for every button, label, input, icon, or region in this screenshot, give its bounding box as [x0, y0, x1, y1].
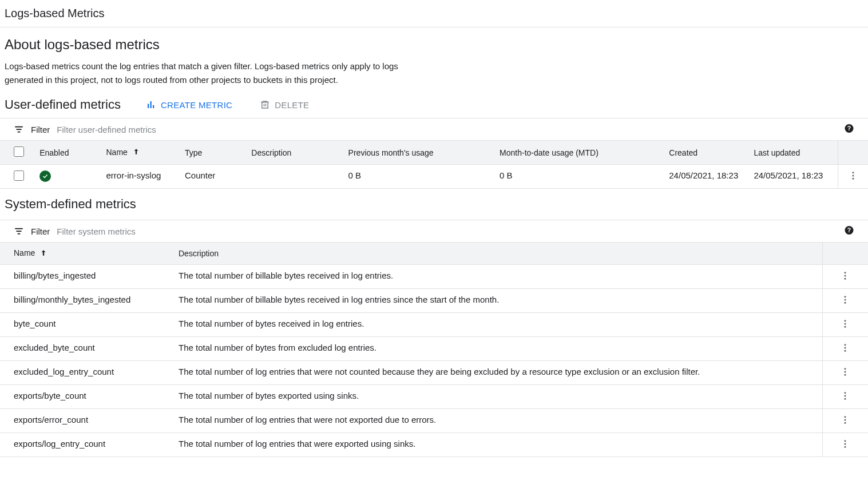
- about-heading: About logs-based metrics: [5, 37, 863, 53]
- delete-metric-button[interactable]: DELETE: [257, 96, 311, 113]
- more-actions-icon[interactable]: [840, 295, 850, 305]
- cell-prev-usage: 0 B: [342, 165, 493, 189]
- svg-point-39: [845, 422, 846, 424]
- cell-name: exports/error_count: [0, 408, 172, 432]
- svg-point-34: [845, 392, 846, 394]
- system-filter-label: Filter: [31, 227, 50, 236]
- cell-description: The total number of log entries that wer…: [172, 408, 822, 432]
- system-filter-bar: Filter ?: [0, 220, 868, 243]
- svg-rect-8: [18, 132, 21, 133]
- svg-point-40: [845, 440, 846, 442]
- col-enabled[interactable]: Enabled: [33, 141, 99, 165]
- more-actions-icon[interactable]: [840, 319, 850, 329]
- row-checkbox[interactable]: [14, 170, 24, 181]
- delete-metric-label: DELETE: [275, 100, 309, 110]
- trash-icon: [260, 100, 270, 110]
- svg-point-35: [845, 395, 846, 396]
- create-metric-label: CREATE METRIC: [161, 100, 232, 110]
- col-updated[interactable]: Last updated: [747, 141, 838, 165]
- svg-point-29: [845, 347, 846, 348]
- cell-enabled: [33, 165, 99, 189]
- user-filter-bar: Filter ?: [0, 118, 868, 141]
- about-section: About logs-based metrics Logs-based metr…: [0, 27, 868, 92]
- col-name[interactable]: Name: [99, 141, 178, 165]
- user-filter-label: Filter: [31, 125, 50, 134]
- svg-point-31: [845, 368, 846, 370]
- col-prev-usage[interactable]: Previous month's usage: [342, 141, 493, 165]
- svg-point-21: [845, 278, 846, 280]
- sys-col-name-label: Name: [14, 248, 35, 257]
- svg-point-11: [852, 172, 854, 173]
- svg-rect-3: [262, 102, 268, 109]
- svg-point-30: [845, 350, 846, 352]
- cell-name: excluded_log_entry_count: [0, 360, 172, 384]
- svg-point-41: [845, 443, 846, 445]
- sort-ascending-icon: [132, 148, 140, 157]
- svg-rect-15: [17, 231, 22, 232]
- cell-name: billing/monthly_bytes_ingested: [0, 288, 172, 312]
- col-name-label: Name: [106, 148, 127, 157]
- sys-col-name[interactable]: Name: [0, 243, 172, 264]
- svg-rect-2: [153, 105, 154, 108]
- create-metric-button[interactable]: CREATE METRIC: [144, 96, 235, 113]
- cell-mtd-usage: 0 B: [493, 165, 662, 189]
- user-metrics-header: User-defined metrics CREATE METRIC DELET…: [0, 92, 868, 118]
- cell-description: The total number of log entries that wer…: [172, 432, 822, 457]
- svg-point-25: [845, 320, 846, 322]
- user-metrics-table: Enabled Name Type Description Previous m…: [0, 141, 868, 189]
- svg-point-36: [845, 398, 846, 400]
- user-filter-input[interactable]: [57, 125, 854, 134]
- table-row: excluded_byte_count The total number of …: [0, 336, 868, 360]
- cell-description: The total number of log entries that wer…: [172, 360, 822, 384]
- svg-rect-1: [150, 101, 151, 108]
- col-type[interactable]: Type: [178, 141, 244, 165]
- cell-description: The total number of bytes from excluded …: [172, 336, 822, 360]
- svg-text:?: ?: [847, 227, 851, 233]
- filter-icon: [14, 226, 24, 236]
- more-actions-icon[interactable]: [840, 343, 850, 353]
- table-row: billing/monthly_bytes_ingested The total…: [0, 288, 868, 312]
- about-description: Logs-based metrics count the log entries…: [5, 59, 405, 87]
- col-actions: [838, 141, 868, 165]
- table-row: byte_count The total number of bytes rec…: [0, 312, 868, 336]
- svg-point-12: [852, 175, 854, 177]
- svg-point-23: [845, 299, 846, 300]
- cell-name: exports/byte_count: [0, 384, 172, 408]
- sort-ascending-icon: [39, 249, 47, 259]
- cell-type: Counter: [178, 165, 244, 189]
- select-all-header: [0, 141, 33, 165]
- svg-rect-6: [15, 126, 23, 128]
- svg-point-38: [845, 419, 846, 420]
- more-actions-icon[interactable]: [848, 170, 858, 181]
- cell-name: excluded_byte_count: [0, 336, 172, 360]
- col-description[interactable]: Description: [244, 141, 341, 165]
- help-icon[interactable]: ?: [844, 124, 854, 136]
- sys-col-actions: [822, 243, 868, 264]
- help-icon[interactable]: ?: [844, 225, 854, 237]
- cell-description: The total number of bytes received in lo…: [172, 312, 822, 336]
- sys-col-description[interactable]: Description: [172, 243, 822, 264]
- select-all-checkbox[interactable]: [14, 146, 24, 157]
- svg-point-24: [845, 302, 846, 304]
- svg-point-22: [845, 296, 846, 297]
- more-actions-icon[interactable]: [840, 415, 850, 425]
- col-mtd-usage[interactable]: Month-to-date usage (MTD): [493, 141, 662, 165]
- cell-description: The total number of billable bytes recei…: [172, 264, 822, 288]
- system-filter-input[interactable]: [57, 227, 854, 236]
- svg-point-26: [845, 323, 846, 324]
- svg-rect-16: [18, 233, 21, 235]
- more-actions-icon[interactable]: [840, 367, 850, 377]
- system-metrics-table-wrap: Name Description billing/bytes_ingested …: [0, 243, 868, 457]
- svg-rect-14: [15, 228, 23, 229]
- cell-name: byte_count: [0, 312, 172, 336]
- svg-point-27: [845, 326, 846, 328]
- filter-icon: [14, 124, 24, 134]
- more-actions-icon[interactable]: [840, 391, 850, 401]
- more-actions-icon[interactable]: [840, 271, 850, 281]
- col-created[interactable]: Created: [662, 141, 747, 165]
- user-metrics-table-wrap: Enabled Name Type Description Previous m…: [0, 141, 868, 189]
- more-actions-icon[interactable]: [840, 439, 850, 449]
- page-title: Logs-based Metrics: [0, 0, 868, 27]
- cell-description: The total number of bytes exported using…: [172, 384, 822, 408]
- svg-point-20: [845, 275, 846, 276]
